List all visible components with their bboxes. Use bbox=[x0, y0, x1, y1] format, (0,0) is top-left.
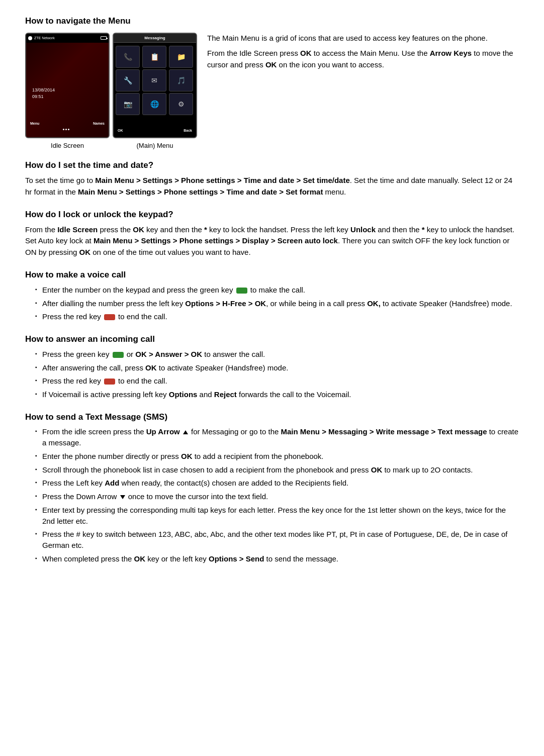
time: 09:51 bbox=[32, 93, 106, 100]
date: 13/08/2014 bbox=[32, 87, 106, 93]
menu-icon-3: 📁 bbox=[177, 52, 186, 62]
main-menu-phone: Messaging 📞 📋 📁 🔧 ✉ 🎵 📷 🌐 ⚙ OK Back bbox=[113, 33, 197, 138]
green-key-icon-2 bbox=[113, 352, 124, 358]
main-menu-label: (Main) Menu bbox=[137, 141, 173, 151]
idle-phone-wrapper: ZTE Network 13/08/2014 09:51 Menu Names bbox=[25, 33, 110, 151]
page-heading: How to navigate the Menu bbox=[25, 15, 519, 28]
list-item: Press the red key to end the call. bbox=[35, 311, 519, 322]
section-voice-call-list: Enter the number on the keypad and press… bbox=[25, 285, 519, 322]
green-key-icon bbox=[236, 288, 247, 294]
list-item: Enter the number on the keypad and press… bbox=[35, 285, 519, 296]
intro-para-1: The Main Menu is a grid of icons that ar… bbox=[207, 33, 519, 44]
status-bar: ZTE Network bbox=[26, 34, 109, 43]
menu-item-6: 🎵 bbox=[169, 69, 193, 91]
intro-block: ZTE Network 13/08/2014 09:51 Menu Names bbox=[25, 33, 519, 151]
list-item: From the idle screen press the Up Arrow … bbox=[35, 426, 519, 448]
list-item: When completed press the OK key or the l… bbox=[35, 553, 519, 564]
idle-softkeys: Menu Names bbox=[26, 121, 109, 133]
network-text: ZTE Network bbox=[34, 36, 55, 41]
intro-text-block: The Main Menu is a grid of icons that ar… bbox=[207, 33, 519, 75]
list-item: Press the # key to switch between 123, A… bbox=[35, 529, 519, 551]
menu-title: Messaging bbox=[114, 34, 196, 43]
list-item: Enter the phone number directly or press… bbox=[35, 451, 519, 462]
list-item: Enter text by pressing the corresponding… bbox=[35, 505, 519, 527]
idle-screen-label: Idle Screen bbox=[51, 141, 84, 151]
list-item: Press the red key to end the call. bbox=[35, 375, 519, 387]
up-arrow-icon bbox=[183, 430, 188, 434]
battery-icon bbox=[101, 36, 107, 40]
menu-item-9: ⚙ bbox=[169, 93, 193, 115]
menu-icon-8: 🌐 bbox=[150, 99, 159, 109]
section-voice-call-title: How to make a voice call bbox=[25, 269, 519, 281]
idle-screen-content: 13/08/2014 09:51 bbox=[26, 43, 109, 104]
menu-icon-4: 🔧 bbox=[124, 75, 132, 85]
list-item: If Voicemail is active pressing left key… bbox=[35, 389, 519, 400]
list-item: Press the Down Arrow once to move the cu… bbox=[35, 491, 519, 502]
datetime: 13/08/2014 09:51 bbox=[29, 87, 106, 100]
list-item: Press the green key or OK > Answer > OK … bbox=[35, 349, 519, 360]
down-arrow-icon bbox=[120, 495, 125, 499]
section-incoming-call: How to answer an incoming call Press the… bbox=[25, 333, 519, 400]
network-icon bbox=[28, 36, 32, 40]
red-key-icon bbox=[104, 314, 115, 320]
menu-icon-5: ✉ bbox=[151, 75, 157, 85]
menu-item-1: 📞 bbox=[116, 46, 140, 68]
section-incoming-list: Press the green key or OK > Answer > OK … bbox=[25, 349, 519, 400]
list-item: Scroll through the phonebook list in cas… bbox=[35, 464, 519, 476]
menu-icon-2: 📋 bbox=[150, 52, 159, 62]
list-item: After dialling the number press the left… bbox=[35, 298, 519, 309]
idle-screen-phone: ZTE Network 13/08/2014 09:51 Menu Names bbox=[25, 33, 110, 138]
menu-grid: 📞 📋 📁 🔧 ✉ 🎵 📷 🌐 ⚙ bbox=[114, 43, 196, 118]
phone-images: ZTE Network 13/08/2014 09:51 Menu Names bbox=[25, 33, 197, 151]
menu-item-7: 📷 bbox=[116, 93, 140, 115]
menu-item-5: ✉ bbox=[142, 69, 166, 91]
soft-right: Names bbox=[93, 121, 105, 133]
menu-soft-right: Back bbox=[184, 128, 192, 133]
red-key-icon-2 bbox=[104, 379, 115, 385]
section-time-date-para: To set the time go to Main Menu > Settin… bbox=[25, 175, 519, 198]
intro-para-2: From the Idle Screen press OK to access … bbox=[207, 48, 519, 70]
section-time-date: How do I set the time and date? To set t… bbox=[25, 159, 519, 198]
section-voice-call: How to make a voice call Enter the numbe… bbox=[25, 269, 519, 322]
menu-icon-9: ⚙ bbox=[178, 99, 185, 109]
section-time-date-title: How do I set the time and date? bbox=[25, 159, 519, 172]
section-sms-list: From the idle screen press the Up Arrow … bbox=[25, 426, 519, 564]
menu-item-2: 📋 bbox=[142, 46, 166, 68]
section-incoming-title: How to answer an incoming call bbox=[25, 333, 519, 346]
menu-phone-wrapper: Messaging 📞 📋 📁 🔧 ✉ 🎵 📷 🌐 ⚙ OK Back bbox=[113, 33, 197, 151]
section-keypad-title: How do I lock or unlock the keypad? bbox=[25, 209, 519, 221]
section-sms-title: How to send a Text Message (SMS) bbox=[25, 411, 519, 424]
menu-icon-1: 📞 bbox=[124, 52, 132, 62]
section-sms: How to send a Text Message (SMS) From th… bbox=[25, 411, 519, 564]
menu-icon-6: 🎵 bbox=[177, 75, 186, 85]
menu-item-4: 🔧 bbox=[116, 69, 140, 91]
section-keypad-lock: How do I lock or unlock the keypad? From… bbox=[25, 209, 519, 258]
menu-soft-left: OK bbox=[118, 128, 123, 133]
menu-icon-7: 📷 bbox=[124, 99, 132, 109]
menu-item-3: 📁 bbox=[169, 46, 193, 68]
section-keypad-para: From the Idle Screen press the OK key an… bbox=[25, 224, 519, 258]
menu-softkeys: OK Back bbox=[114, 128, 196, 133]
list-item: Press the Left key Add when ready, the c… bbox=[35, 478, 519, 489]
soft-left: Menu bbox=[30, 121, 39, 133]
dots bbox=[62, 122, 70, 133]
menu-item-8: 🌐 bbox=[142, 93, 166, 115]
list-item: After answering the call, press OK to ac… bbox=[35, 362, 519, 373]
